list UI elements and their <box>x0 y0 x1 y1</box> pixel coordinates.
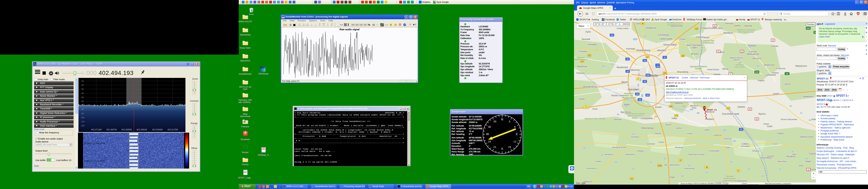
svg-text:-110: -110 <box>81 120 85 123</box>
svg-text:402,4714M: 402,4714M <box>91 129 101 131</box>
svg-text:SP2ST-11: SP2ST-11 <box>707 109 717 111</box>
svg-text:-90: -90 <box>81 112 84 115</box>
svg-text:-100: -100 <box>81 116 85 119</box>
svg-text:402,4899M: 402,4899M <box>121 129 132 131</box>
svg-text:-20: -20 <box>81 84 84 86</box>
svg-text:33: 33 <box>493 120 496 123</box>
svg-text:i: i <box>593 13 594 15</box>
svg-text:12: 12 <box>514 140 516 143</box>
svg-text:2016-07-15 14:16:04: 2016-07-15 14:16:04 <box>84 142 105 145</box>
svg-text:402,4807M: 402,4807M <box>106 129 117 131</box>
svg-text:N: N <box>501 118 503 121</box>
svg-text:402,4991M: 402,4991M <box>136 129 147 131</box>
svg-text:6: 6 <box>514 125 516 128</box>
svg-text:-120: -120 <box>81 125 85 127</box>
svg-text:15: 15 <box>508 145 511 148</box>
svg-text:-80: -80 <box>81 108 84 110</box>
svg-text:3: 3 <box>509 120 510 123</box>
svg-text:2016-07-15 14:16:00: 2016-07-15 14:16:00 <box>84 160 105 162</box>
svg-text:402,5083M: 402,5083M <box>152 129 162 131</box>
svg-text:-10: -10 <box>81 80 84 82</box>
svg-text:S: S <box>501 147 503 151</box>
svg-text:-30: -30 <box>81 88 84 90</box>
svg-text:W: W <box>486 133 489 136</box>
svg-text:30: 30 <box>488 125 491 128</box>
svg-text:21: 21 <box>493 145 496 148</box>
svg-text:-60: -60 <box>81 100 84 102</box>
svg-text:-70: -70 <box>81 104 84 106</box>
svg-text:-40: -40 <box>81 92 84 94</box>
svg-text:402,5175M: 402,5175M <box>167 129 178 131</box>
svg-text:E: E <box>516 133 518 136</box>
svg-text:-50: -50 <box>81 96 84 98</box>
svg-text:24: 24 <box>488 140 491 143</box>
